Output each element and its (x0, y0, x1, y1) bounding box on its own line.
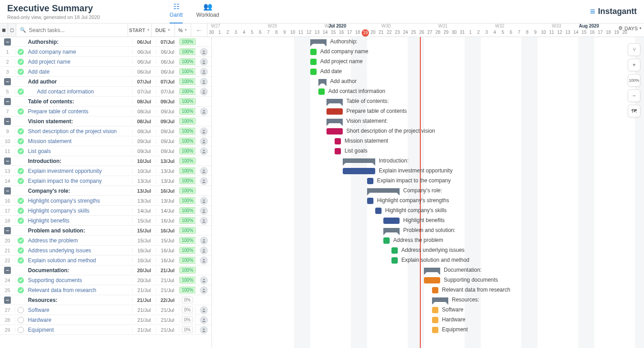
day-cell[interactable]: 21 (377, 30, 385, 37)
task-row[interactable]: 10Mission statement09/Jul09/Jul100% (0, 136, 212, 146)
day-cell[interactable]: 15 (580, 30, 588, 37)
collapse-group-button[interactable]: − (4, 158, 11, 165)
day-cell[interactable]: 6 (507, 30, 515, 37)
gantt-bar[interactable] (310, 59, 317, 65)
task-row[interactable]: −Documentation:20/Jul21/Jul100% (0, 265, 212, 275)
gantt-bar[interactable] (383, 228, 400, 232)
task-row[interactable]: 16Highlight company's strengths13/Jul13/… (0, 196, 212, 206)
zoom-level[interactable]: 100% (628, 74, 640, 87)
task-row[interactable]: −Add author07/Jul07/Jul100% (0, 77, 212, 87)
task-row[interactable]: 9Short description of the project vision… (0, 126, 212, 136)
day-cell[interactable]: 2 (224, 30, 232, 37)
assignee-avatar[interactable] (200, 78, 208, 86)
col-header-start[interactable]: START▼ (128, 23, 152, 37)
search-input[interactable] (29, 27, 124, 33)
gantt-bar[interactable] (318, 79, 327, 84)
day-cell[interactable]: 8 (272, 30, 281, 37)
task-name[interactable]: Software (26, 307, 132, 313)
task-name[interactable]: Relevant data from research (26, 287, 132, 293)
day-cell[interactable]: 30 (450, 30, 458, 37)
assignee-avatar[interactable] (200, 316, 208, 324)
gantt-bar[interactable] (432, 317, 438, 323)
task-list[interactable]: −Authorship:06/Jul07/Jul100%1Add company… (0, 37, 212, 348)
gantt-bar[interactable] (335, 138, 341, 144)
task-name[interactable]: Add project name (26, 59, 132, 65)
task-row[interactable]: −Table of contents:08/Jul09/Jul100% (0, 97, 212, 107)
task-name[interactable]: Documentation: (26, 267, 132, 274)
gantt-bar[interactable] (383, 237, 390, 244)
day-cell[interactable]: 8 (523, 30, 531, 37)
task-name[interactable]: Vision statement: (26, 118, 132, 125)
day-cell[interactable]: 28 (434, 30, 442, 37)
day-cell[interactable]: 3 (483, 30, 491, 37)
task-row[interactable]: 3Add date06/Jul06/Jul100% (0, 67, 212, 77)
task-name[interactable]: Highlight company's skills (26, 208, 132, 214)
zoom-in-button[interactable]: + (628, 59, 640, 71)
day-cell[interactable]: 20 (369, 30, 377, 37)
branch-tool[interactable]: ⑂ (628, 43, 640, 56)
task-row[interactable]: −Authorship:06/Jul07/Jul100% (0, 37, 212, 47)
assignee-avatar[interactable] (200, 326, 208, 334)
assignee-avatar[interactable] (200, 48, 208, 56)
assignee-avatar[interactable] (200, 107, 208, 116)
day-cell[interactable]: 13 (564, 30, 572, 37)
assignee-avatar[interactable] (200, 137, 208, 145)
gantt-bar[interactable] (310, 49, 317, 55)
task-name[interactable]: Add author (26, 79, 132, 85)
collapse-group-button[interactable]: − (4, 297, 11, 304)
day-cell[interactable]: 4 (491, 30, 499, 37)
task-row[interactable]: 25Relevant data from research21/Jul21/Ju… (0, 285, 212, 295)
task-name[interactable]: Short description of the project vision (26, 128, 132, 135)
day-cell[interactable]: 17 (596, 30, 604, 37)
assignee-avatar[interactable] (200, 197, 208, 205)
collapse-group-button[interactable]: − (4, 98, 11, 105)
day-cell[interactable]: 24 (401, 30, 409, 37)
task-name[interactable]: Explain investment opportunity (26, 168, 132, 174)
gantt-bar[interactable] (432, 297, 448, 302)
day-cell[interactable]: 14 (572, 30, 580, 37)
task-name[interactable]: Equipment (26, 327, 132, 333)
task-name[interactable]: Highlight benefits (26, 218, 132, 224)
task-name[interactable]: Explain impact to the company (26, 178, 132, 184)
gantt-bar[interactable] (383, 218, 400, 224)
collapse-panel-button[interactable]: ← (191, 23, 207, 37)
collapse-group-button[interactable]: − (4, 78, 11, 85)
day-cell[interactable]: 13 (313, 30, 321, 37)
day-cell[interactable]: 29 (442, 30, 450, 37)
gantt-bar[interactable] (327, 99, 343, 103)
task-name[interactable]: Highlight company's strengths (26, 198, 132, 204)
day-cell[interactable]: 18 (604, 30, 612, 37)
day-cell[interactable]: 16 (337, 30, 345, 37)
day-cell[interactable]: 2 (474, 30, 483, 37)
task-row[interactable]: 13Explain investment opportunity10/Jul13… (0, 166, 212, 176)
task-row[interactable]: −Vision statement:08/Jul09/Jul100% (0, 116, 212, 126)
day-cell[interactable]: 18 (354, 30, 362, 37)
day-cell[interactable]: 1 (216, 30, 224, 37)
expand-all-button[interactable]: ◼ (0, 23, 8, 37)
day-cell[interactable]: 31 (458, 30, 466, 37)
gantt-bar[interactable] (367, 188, 400, 193)
day-cell[interactable]: 23 (393, 30, 401, 37)
task-name[interactable]: Resources: (26, 297, 132, 303)
gantt-bar[interactable] (432, 307, 438, 313)
collapse-group-button[interactable]: − (4, 227, 11, 234)
task-row[interactable]: 2Add project name06/Jul06/Jul100% (0, 57, 212, 67)
day-cell[interactable]: 11 (547, 30, 556, 37)
gantt-bar[interactable] (424, 277, 440, 283)
task-name[interactable]: Hardware (26, 317, 132, 323)
gantt-bar[interactable] (391, 257, 398, 264)
day-cell[interactable]: 10 (289, 30, 297, 37)
task-name[interactable]: List goals (26, 148, 132, 154)
day-cell[interactable]: 4 (240, 30, 248, 37)
task-name[interactable]: Add company name (26, 49, 132, 55)
task-name[interactable]: Prepare table of contents (26, 108, 132, 115)
task-row[interactable]: 5Add contact information07/Jul07/Jul100% (0, 87, 212, 97)
task-row[interactable]: 17Highlight company's skills14/Jul14/Jul… (0, 206, 212, 216)
task-name[interactable]: Authorship: (26, 39, 132, 45)
collapse-group-button[interactable]: − (4, 187, 11, 195)
assignee-avatar[interactable] (200, 167, 208, 175)
gantt-bar[interactable] (432, 287, 438, 293)
day-cell[interactable]: 14 (321, 30, 329, 37)
task-name[interactable]: Problem and solution: (26, 227, 132, 234)
gantt-bar[interactable] (335, 148, 341, 154)
